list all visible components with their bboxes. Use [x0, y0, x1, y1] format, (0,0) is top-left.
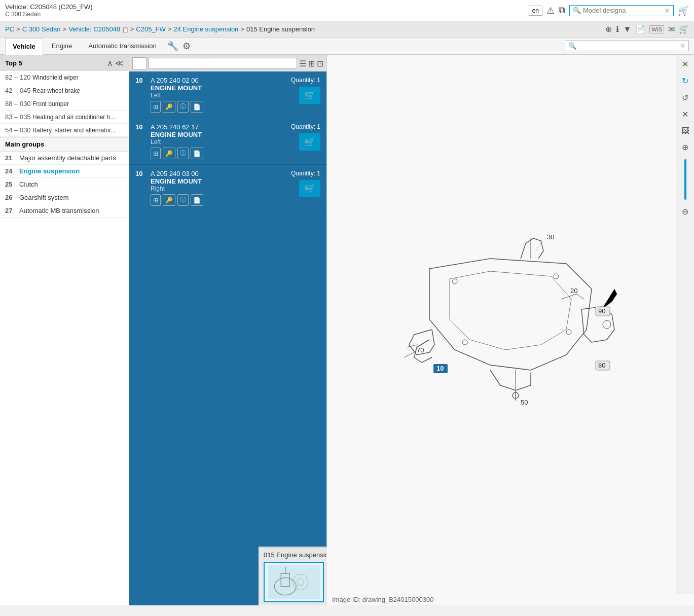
tab-engine[interactable]: Engine [44, 38, 80, 54]
sidebar-collapse-icon[interactable]: ∧ [107, 58, 113, 68]
part-cart-btn-1[interactable]: 🛒 [299, 87, 320, 104]
search-icon: 🔍 [573, 7, 581, 14]
tab-search-icon: 🔍 [568, 42, 576, 50]
model-search-input[interactable] [583, 7, 664, 14]
search-clear-icon[interactable]: ✕ [664, 7, 670, 15]
top5-header: Top 5 ∧ ≪ [0, 55, 129, 71]
part-icons-2: ⊞ 🔑 ⓘ 📄 [151, 148, 286, 159]
thumbnail-1[interactable] [264, 562, 324, 602]
image-id: Image ID: drawing_B24015000300 [327, 594, 694, 605]
part-table-icon-2[interactable]: ⊞ [151, 148, 161, 159]
breadcrumb-vehicle[interactable]: Vehicle: C205048 📋 [68, 25, 128, 33]
part-info-1: A 205 240 02 00 ENGINE MOUNT Left ⊞ 🔑 ⓘ … [151, 77, 286, 113]
breadcrumb: PC > C 300 Sedan > Vehicle: C205048 📋 > … [0, 21, 694, 38]
main-group-26[interactable]: 26Gearshift system [0, 191, 129, 204]
tab-bar: Vehicle Engine Automatic transmission 🔧 … [0, 38, 694, 55]
tab-vehicle[interactable]: Vehicle [5, 38, 43, 55]
parts-list-icon[interactable]: ☰ [299, 59, 306, 68]
tab-automatic-transmission[interactable]: Automatic transmission [81, 38, 164, 54]
toolbar-checkbox[interactable] [132, 57, 147, 69]
breadcrumb-pc[interactable]: PC [5, 25, 14, 33]
svg-text:20: 20 [570, 287, 577, 295]
zoom-out-right-btn[interactable]: ⊖ [680, 205, 690, 219]
close-panel-btn[interactable]: ✕ [680, 57, 690, 71]
breadcrumb-c300[interactable]: C 300 Sedan [22, 25, 61, 33]
breadcrumb-toolbar: ⊕ ℹ ▼ 📄 WIS ✉ 🛒 [605, 24, 689, 34]
cart-breadcrumb-icon-btn[interactable]: 🛒 [679, 24, 689, 34]
part-row-3: 10 A 205 240 03 00 ENGINE MOUNT Right ⊞ … [129, 165, 326, 211]
part-key-icon-2[interactable]: 🔑 [163, 148, 175, 159]
part-qty-2: Quantity: 1 🛒 [291, 123, 320, 159]
tab-icon-gear[interactable]: ⚙ [180, 39, 193, 54]
parts-expand-icon[interactable]: ⊡ [317, 59, 323, 68]
tab-search-clear-icon[interactable]: ✕ [680, 42, 685, 50]
top5-label: Top 5 [5, 59, 22, 67]
top5-item-3[interactable]: 88 – 030 Front bumper [0, 97, 129, 111]
sidebar-expand-icon[interactable]: ≪ [115, 58, 124, 68]
part-side-2: Left [151, 138, 286, 146]
part-doc-icon-2[interactable]: 📄 [191, 148, 203, 159]
main-content: ☰ ⊞ ⊡ 10 A 205 240 02 00 ENGINE MOUNT Le… [129, 55, 694, 605]
part-info-icon-3[interactable]: ⓘ [177, 194, 189, 206]
part-pos-2: 10 [135, 123, 145, 159]
vehicle-subtitle: C 300 Sedan [5, 11, 93, 18]
undo-btn[interactable]: ↺ [680, 91, 690, 104]
top5-list: 82 – 120 Windshield wiper 42 – 045 Rear … [0, 71, 129, 137]
part-doc-icon-1[interactable]: 📄 [191, 101, 203, 113]
parts-search-input[interactable] [149, 58, 297, 69]
part-row-2: 10 A 205 240 62 17 ENGINE MOUNT Left ⊞ 🔑… [129, 118, 326, 165]
parts-grid-icon[interactable]: ⊞ [308, 59, 315, 68]
top5-item-4[interactable]: 83 – 035 Heating and air conditioner h..… [0, 111, 129, 124]
document-icon-btn[interactable]: 📄 [635, 24, 645, 34]
part-icons-1: ⊞ 🔑 ⓘ 📄 [151, 101, 286, 113]
mail-icon-btn[interactable]: ✉ [668, 24, 675, 34]
parts-list: 10 A 205 240 02 00 ENGINE MOUNT Left ⊞ 🔑… [129, 71, 326, 605]
part-table-icon-3[interactable]: ⊞ [151, 194, 161, 206]
part-code-2: A 205 240 62 17 [151, 123, 286, 131]
zoom-slider[interactable] [684, 159, 686, 200]
breadcrumb-015-engine: 015 Engine suspension [246, 25, 315, 33]
breadcrumb-c205fw[interactable]: C205_FW [136, 25, 166, 33]
cart-icon-button[interactable]: 🛒 [678, 5, 689, 16]
wis-icon-btn[interactable]: WIS [649, 25, 664, 33]
filter-icon-btn[interactable]: ▼ [623, 25, 631, 34]
part-icons-3: ⊞ 🔑 ⓘ 📄 [151, 194, 286, 206]
main-group-25[interactable]: 25Clutch [0, 178, 129, 191]
zoom-in-right-btn[interactable]: ⊕ [680, 140, 690, 154]
svg-text:10: 10 [436, 365, 444, 372]
tab-search-input[interactable] [578, 42, 680, 50]
main-group-21[interactable]: 21Major assembly detachable parts [0, 152, 129, 165]
part-doc-icon-3[interactable]: 📄 [191, 194, 203, 206]
part-cart-btn-3[interactable]: 🛒 [299, 180, 320, 197]
warning-icon-button[interactable]: ⚠ [546, 5, 555, 16]
main-groups-header: Main groups [0, 137, 129, 152]
bottom-panel-section-title: 015 Engine suspension [264, 551, 332, 559]
part-cart-btn-2[interactable]: 🛒 [299, 133, 320, 151]
rotate-btn[interactable]: ↻ [680, 74, 690, 88]
part-qty-label-3: Quantity: 1 [291, 170, 320, 177]
image-btn[interactable]: 🖼 [679, 124, 691, 137]
top-bar-actions: en ⚠ ⧉ 🔍 ✕ 🛒 [529, 5, 689, 16]
part-key-icon-3[interactable]: 🔑 [163, 194, 175, 206]
lang-button[interactable]: en [529, 6, 542, 16]
part-qty-label-1: Quantity: 1 [291, 77, 320, 84]
cross-btn[interactable]: ✕ [680, 107, 690, 121]
zoom-in-icon-btn[interactable]: ⊕ [605, 24, 612, 34]
part-info-icon-2[interactable]: ⓘ [177, 148, 189, 159]
part-info-icon-1[interactable]: ⓘ [177, 101, 189, 113]
main-group-24[interactable]: 24Engine suspension [0, 165, 129, 178]
part-key-icon-1[interactable]: 🔑 [163, 101, 175, 113]
copy-icon-button[interactable]: ⧉ [559, 5, 565, 16]
top5-item-2[interactable]: 42 – 045 Rear wheel brake [0, 84, 129, 97]
top5-item-5[interactable]: 54 – 030 Battery, starter and alternator… [0, 124, 129, 137]
sidebar-header-icons: ∧ ≪ [107, 58, 124, 68]
tab-icon-wrench[interactable]: 🔧 [165, 39, 180, 54]
main-group-27[interactable]: 27Automatic MB transmission [0, 204, 129, 218]
image-area: 30 20 10 70 50 80 [327, 55, 694, 594]
right-toolbar: ✕ ↻ ↺ ✕ 🖼 ⊕ ⊖ [676, 55, 694, 594]
info-icon-btn[interactable]: ℹ [616, 24, 619, 34]
top5-item-1[interactable]: 82 – 120 Windshield wiper [0, 71, 129, 84]
part-table-icon-1[interactable]: ⊞ [151, 101, 161, 113]
part-name-3: ENGINE MOUNT [151, 177, 286, 185]
breadcrumb-24-engine[interactable]: 24 Engine suspension [173, 25, 238, 33]
